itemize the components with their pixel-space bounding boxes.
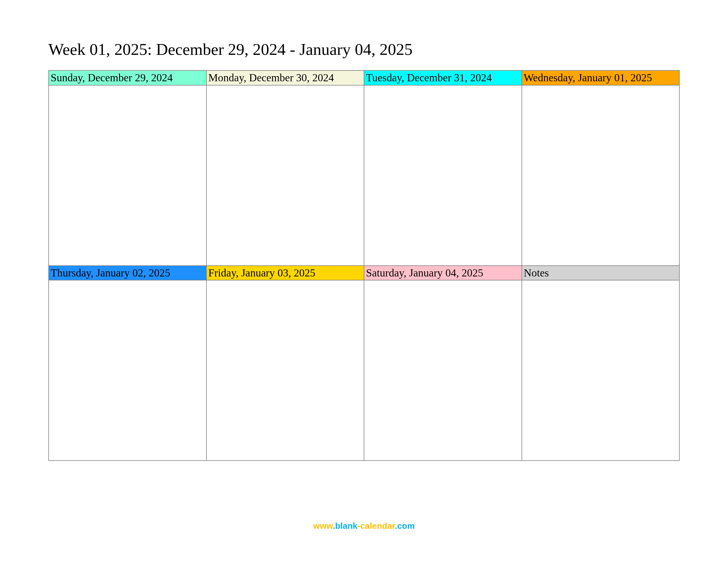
footer-www: www [313, 521, 333, 530]
header-notes: Notes [522, 266, 680, 281]
header-friday: Friday, January 03, 2025 [206, 266, 364, 281]
footer-dot2: . [395, 521, 397, 530]
cell-monday[interactable] [206, 85, 364, 266]
cell-tuesday[interactable] [364, 85, 522, 266]
footer-blank: blank [335, 521, 357, 530]
header-saturday: Saturday, January 04, 2025 [364, 266, 522, 281]
cell-friday[interactable] [206, 280, 364, 461]
header-wednesday: Wednesday, January 01, 2025 [522, 71, 680, 85]
footer-com: com [397, 521, 415, 530]
footer-cal: calendar [360, 521, 395, 530]
header-sunday: Sunday, December 29, 2024 [49, 71, 206, 85]
cell-thursday[interactable] [49, 280, 206, 461]
cell-saturday[interactable] [364, 280, 522, 461]
footer-url[interactable]: www.blank-calendar.com [0, 521, 728, 531]
footer-dot1: . [333, 521, 335, 530]
cell-sunday[interactable] [49, 85, 206, 266]
header-tuesday: Tuesday, December 31, 2024 [364, 71, 522, 85]
cell-notes[interactable] [522, 280, 680, 461]
weekly-calendar-grid: Sunday, December 29, 2024 Monday, Decemb… [48, 70, 680, 461]
page-title: Week 01, 2025: December 29, 2024 - Janua… [48, 40, 680, 59]
footer-dash: - [357, 521, 360, 530]
header-thursday: Thursday, January 02, 2025 [49, 266, 206, 281]
cell-wednesday[interactable] [522, 85, 680, 266]
header-monday: Monday, December 30, 2024 [206, 71, 364, 85]
